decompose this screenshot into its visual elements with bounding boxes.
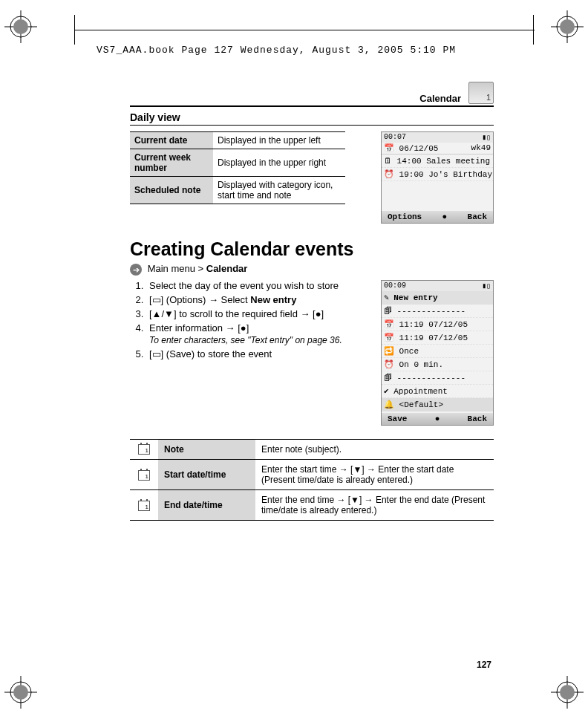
cell-desc: Enter note (subject).	[255, 439, 494, 460]
header-rule	[74, 30, 535, 30]
phone-screenshot-new-entry: 00:09 ▮▯ ✎ New entry 🗐 -------------- 📅 …	[381, 280, 494, 426]
step-subnote: To enter characters, see "Text entry" on…	[149, 335, 372, 345]
section-header: Calendar 1	[130, 82, 494, 107]
start-date-icon: 1	[130, 460, 158, 490]
crop-mark-bottom-left	[4, 664, 49, 709]
table-row: Current date Displayed in the upper left	[130, 132, 345, 149]
steps-list: Select the day of the event you wish to …	[130, 280, 372, 360]
running-header: VS7_AAA.book Page 127 Wednesday, August …	[97, 45, 456, 56]
header-rule-right-tick	[533, 15, 534, 45]
table-row: Scheduled note Displayed with category i…	[130, 177, 345, 204]
table-row: 1 End date/time Enter the end time → [▼]…	[130, 490, 494, 521]
cell-label: Start date/time	[158, 460, 255, 490]
phone-event-row: 🗓 14:00 Sales meeting	[382, 154, 493, 168]
phone-field-row: 🔁 Once	[382, 345, 493, 358]
step-item: [▲/▼] to scroll to the required field → …	[146, 308, 372, 319]
phone-field-row: 📅 11:19 07/12/05	[382, 318, 493, 331]
cell-label: Current date	[130, 132, 213, 149]
svg-point-7	[560, 19, 575, 34]
table-row: 1 Note Enter note (subject).	[130, 439, 494, 460]
fields-table: 1 Note Enter note (subject). 1 Start dat…	[130, 439, 494, 521]
step-item: [▭] (Options) → Select New entry	[146, 294, 372, 305]
phone-signal-icon: ▮▯	[482, 282, 491, 290]
menu-path: ➔ Main menu > Calendar	[130, 263, 494, 276]
crop-mark-top-left	[4, 10, 49, 55]
table-row: Current week number Displayed in the upp…	[130, 149, 345, 177]
cell-desc: Displayed with category icon, start time…	[213, 177, 345, 204]
crop-mark-bottom-right	[539, 664, 584, 709]
cell-desc: Enter the end time → [▼] → Enter the end…	[255, 490, 494, 521]
crop-mark-top-right	[539, 10, 584, 55]
menu-path-target: Calendar	[206, 263, 248, 274]
softkey-center: ●	[435, 414, 440, 423]
arrow-icon: ➔	[130, 264, 142, 276]
softkey-left: Save	[388, 414, 407, 423]
creating-events-heading: Creating Calendar events	[130, 238, 494, 260]
phone-field-row-selected: 🔔 <Default>	[382, 398, 493, 411]
phone-date: 📅 06/12/05	[384, 143, 438, 153]
cell-label: End date/time	[158, 490, 255, 521]
phone-time: 00:09	[384, 282, 406, 290]
note-icon: 1	[130, 439, 158, 460]
cell-desc: Displayed in the upper right	[213, 149, 345, 177]
daily-view-table: Current date Displayed in the upper left…	[130, 131, 345, 204]
phone-field-row: 🗐 --------------	[382, 371, 493, 385]
table-row: 1 Start date/time Enter the start time →…	[130, 460, 494, 490]
phone-screenshot-daily-view: 00:07 ▮▯ 📅 06/12/05 wk49 🗓 14:00 Sales m…	[381, 131, 494, 224]
softkey-left: Options	[388, 212, 422, 221]
phone-field-row: 🗐 --------------	[382, 305, 493, 318]
softkey-center: ●	[442, 212, 448, 221]
phone-time: 00:07	[384, 133, 406, 142]
cell-desc: Displayed in the upper left	[213, 132, 345, 149]
phone-field-row: ✔ Appointment	[382, 385, 493, 398]
cell-label: Scheduled note	[130, 177, 213, 204]
cell-label: Note	[158, 439, 255, 460]
svg-point-15	[560, 685, 575, 700]
end-date-icon: 1	[130, 490, 158, 521]
phone-screen-title: ✎ New entry	[382, 291, 493, 305]
phone-field-row: ⏰ On 0 min.	[382, 358, 493, 371]
svg-point-3	[13, 19, 28, 34]
cell-desc: Enter the start time → [▼] → Enter the s…	[255, 460, 494, 490]
step-item: [▭] (Save) to store the event	[146, 348, 372, 360]
step-item: Select the day of the event you wish to …	[146, 280, 372, 291]
softkey-right: Back	[468, 212, 487, 221]
phone-week: wk49	[471, 143, 491, 153]
phone-field-row: 📅 11:19 07/12/05	[382, 331, 493, 345]
daily-view-heading: Daily view	[130, 111, 494, 126]
softkey-right: Back	[468, 414, 487, 423]
page-number: 127	[477, 660, 491, 670]
section-label: Calendar	[419, 93, 461, 104]
svg-point-11	[13, 685, 28, 700]
step-item: Enter information → [●] To enter charact…	[146, 322, 372, 345]
calendar-section-icon: 1	[468, 82, 494, 104]
menu-path-prefix: Main menu >	[148, 263, 206, 274]
header-rule-left-tick	[74, 15, 75, 45]
phone-signal-icon: ▮▯	[482, 133, 491, 142]
phone-event-row: ⏰ 19:00 Jo's Birthday Par	[382, 168, 493, 181]
cell-label: Current week number	[130, 149, 213, 177]
